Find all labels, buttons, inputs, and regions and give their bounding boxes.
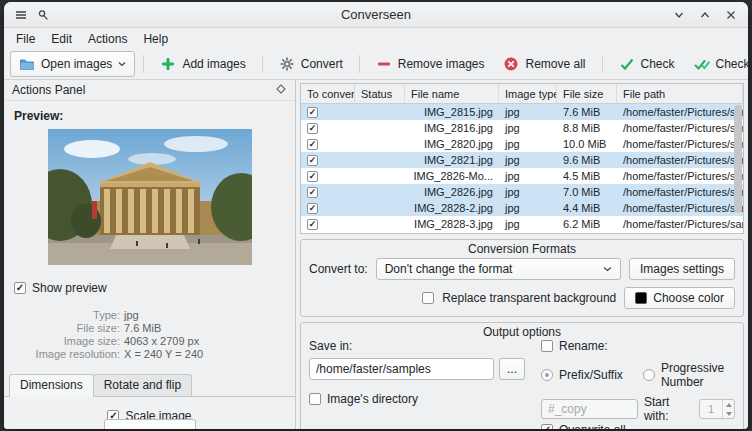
row-checkbox[interactable] — [307, 219, 318, 230]
show-preview-checkbox[interactable] — [14, 282, 26, 294]
menu-bar: File Edit Actions Help — [4, 28, 748, 49]
overwrite-all-checkbox[interactable] — [541, 424, 553, 429]
spin-up-icon[interactable] — [723, 400, 734, 409]
cell-image-type: jpg — [499, 104, 557, 120]
col-file-name[interactable]: File name — [405, 84, 499, 103]
title-bar[interactable]: Converseen — [4, 2, 748, 28]
row-checkbox[interactable] — [307, 187, 318, 198]
cell-file-name: IMG_2826.jpg — [405, 184, 499, 200]
preview-label: Preview: — [14, 109, 285, 123]
cell-file-path: /home/faster/Pictures/samples — [617, 120, 743, 136]
remove-minus-icon — [376, 56, 392, 72]
col-file-path[interactable]: File path — [617, 84, 743, 103]
toolbar-separator — [143, 55, 144, 73]
images-settings-button[interactable]: Images settings — [629, 258, 735, 280]
menu-file[interactable]: File — [8, 30, 43, 48]
remove-all-icon — [503, 56, 519, 72]
cell-file-name: IMG_2820.jpg — [405, 136, 499, 152]
tab-rotate-flip[interactable]: Rotate and flip — [93, 374, 192, 396]
scale-widget-partial[interactable] — [104, 419, 196, 429]
show-preview-label: Show preview — [32, 281, 107, 295]
table-header: To convert Status File name Image type F… — [301, 84, 743, 104]
meta-value: jpg — [124, 309, 139, 322]
cell-file-size: 9.6 MiB — [557, 152, 617, 168]
choose-color-button[interactable]: Choose color — [624, 287, 735, 309]
table-scrollbar[interactable] — [734, 105, 742, 231]
add-images-button[interactable]: Add images — [152, 52, 253, 76]
save-path-input[interactable] — [309, 358, 494, 380]
check-icon — [619, 56, 635, 72]
table-row[interactable]: IMG_2820.jpg jpg 10.0 MiB /home/faster/P… — [301, 136, 743, 152]
cell-status — [355, 216, 405, 232]
cell-file-name: IMG_2816.jpg — [405, 120, 499, 136]
menu-edit[interactable]: Edit — [43, 30, 80, 48]
progressive-number-radio[interactable] — [643, 369, 655, 381]
table-row[interactable]: IMG_2815.jpg jpg 7.6 MiB /home/faster/Pi… — [301, 104, 743, 120]
cell-file-size: 7.6 MiB — [557, 104, 617, 120]
row-checkbox[interactable] — [307, 139, 318, 150]
cell-file-path: /home/faster/Pictures/samples — [617, 104, 743, 120]
replace-transparent-bg-label: Replace transparent background — [442, 291, 616, 305]
table-row[interactable]: IMG_2821.jpg jpg 9.6 MiB /home/faster/Pi… — [301, 152, 743, 168]
row-checkbox[interactable] — [307, 171, 318, 182]
maximize-icon[interactable] — [698, 8, 712, 22]
cell-file-size: 4.4 MiB — [557, 200, 617, 216]
cell-image-type: jpg — [499, 120, 557, 136]
panel-float-icon[interactable] — [275, 83, 287, 98]
format-select[interactable]: Don't change the format — [376, 258, 621, 280]
cell-file-name: IMG_2826-Mo... — [405, 168, 499, 184]
spin-down-icon[interactable] — [723, 409, 734, 418]
check-all-icon — [694, 56, 710, 72]
cell-file-path: /home/faster/Pictures/samples — [617, 152, 743, 168]
browse-button[interactable]: ... — [499, 358, 525, 380]
cell-status — [355, 152, 405, 168]
row-checkbox[interactable] — [307, 123, 318, 134]
cell-image-type: jpg — [499, 136, 557, 152]
conversion-formats-title: Conversion Formats — [301, 242, 743, 256]
row-checkbox[interactable] — [307, 155, 318, 166]
cell-image-type: jpg — [499, 184, 557, 200]
col-to-convert[interactable]: To convert — [301, 84, 355, 103]
close-icon[interactable] — [724, 8, 738, 22]
check-all-button[interactable]: Check all — [686, 52, 748, 76]
rename-checkbox[interactable] — [541, 340, 553, 352]
menu-actions[interactable]: Actions — [80, 30, 135, 48]
col-status[interactable]: Status — [355, 84, 405, 103]
images-directory-checkbox[interactable] — [309, 393, 321, 405]
table-row[interactable]: IMG_2828-2.jpg jpg 4.4 MiB /home/faster/… — [301, 200, 743, 216]
table-row[interactable]: IMG_2826-Mo... jpg 4.5 MiB /home/faster/… — [301, 168, 743, 184]
meta-label: Image size: — [4, 335, 120, 348]
cell-status — [355, 104, 405, 120]
window-title: Converseen — [4, 7, 748, 22]
meta-value: 7.6 MiB — [124, 322, 161, 335]
cell-file-path: /home/faster/Pictures/samples — [617, 216, 743, 232]
open-images-button[interactable]: Open images — [10, 51, 135, 77]
row-checkbox[interactable] — [307, 107, 318, 118]
row-checkbox[interactable] — [307, 203, 318, 214]
cell-file-path: /home/faster/Pictures/samples — [617, 136, 743, 152]
table-row[interactable]: IMG_2826.jpg jpg 7.0 MiB /home/faster/Pi… — [301, 184, 743, 200]
replace-transparent-bg-checkbox[interactable] — [422, 292, 434, 304]
cell-file-size: 4.5 MiB — [557, 168, 617, 184]
output-options-title: Output options — [301, 325, 743, 339]
remove-images-button[interactable]: Remove images — [368, 52, 493, 76]
tab-dimensions[interactable]: Dimensions — [9, 374, 94, 397]
chevron-down-icon — [603, 266, 612, 272]
rename-pattern-input[interactable] — [541, 399, 638, 419]
start-with-spinner[interactable]: 1 — [699, 399, 735, 419]
remove-all-button[interactable]: Remove all — [495, 52, 593, 76]
cell-file-name: IMG_2821.jpg — [405, 152, 499, 168]
file-table: To convert Status File name Image type F… — [300, 83, 744, 234]
scrollbar-thumb[interactable] — [734, 105, 742, 213]
table-row[interactable]: IMG_2816.jpg jpg 8.8 MiB /home/faster/Pi… — [301, 120, 743, 136]
cell-image-type: jpg — [499, 168, 557, 184]
cell-file-name: IMG_2828-2.jpg — [405, 200, 499, 216]
table-row[interactable]: IMG_2828-3.jpg jpg 6.2 MiB /home/faster/… — [301, 216, 743, 232]
convert-button[interactable]: Convert — [271, 52, 351, 76]
col-file-size[interactable]: File size — [557, 84, 617, 103]
minimize-icon[interactable] — [672, 8, 686, 22]
col-image-type[interactable]: Image type — [499, 84, 557, 103]
menu-help[interactable]: Help — [135, 30, 176, 48]
prefix-suffix-radio[interactable] — [541, 369, 553, 381]
check-button[interactable]: Check — [611, 52, 683, 76]
